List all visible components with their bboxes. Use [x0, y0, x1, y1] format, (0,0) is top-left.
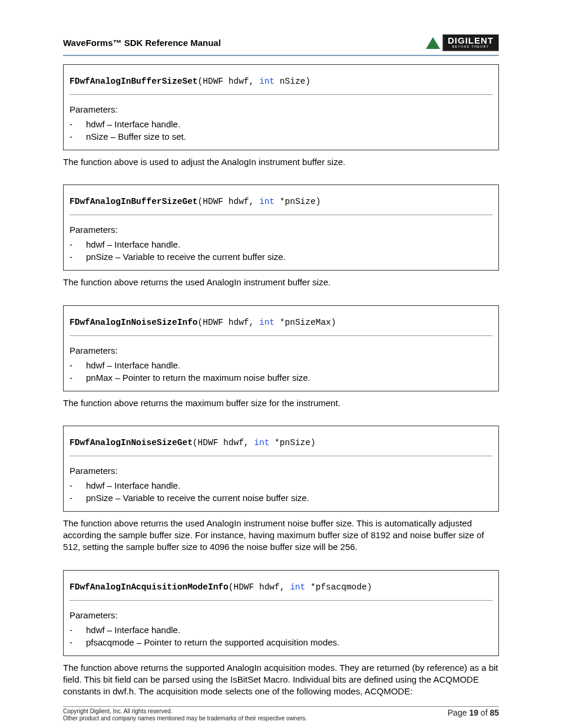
digilent-logo: DIGILENT BEYOND THEORY — [426, 34, 499, 51]
parameter-list: hdwf – Interface handle.nSize – Buffer s… — [70, 118, 492, 143]
parameter-item: hdwf – Interface handle. — [70, 359, 492, 371]
sig-args-post: *pnSizeMax) — [275, 318, 336, 327]
function-signature: FDwfAnalogInNoiseSizeGet(HDWF hdwf, int … — [70, 432, 492, 456]
footer-pagenum: Page 19 of 85 — [448, 708, 499, 717]
func-name: FDwfAnalogInNoiseSizeInfo — [70, 318, 198, 327]
function-signature: FDwfAnalogInAcquisitionModeInfo(HDWF hdw… — [70, 577, 492, 601]
page-total: 85 — [490, 708, 499, 717]
logo-triangle-icon — [426, 37, 440, 49]
page-current: 19 — [469, 708, 478, 717]
parameter-item: hdwf – Interface handle. — [70, 238, 492, 251]
function-description: The function above returns the maximum b… — [63, 397, 499, 409]
parameter-list: hdwf – Interface handle.pnMax – Pointer … — [70, 359, 492, 384]
page-header: WaveForms™ SDK Reference Manual DIGILENT… — [63, 34, 499, 56]
function-box: FDwfAnalogInBufferSizeGet(HDWF hdwf, int… — [63, 185, 499, 271]
sig-args-post: *pfsacqmode) — [305, 582, 372, 592]
function-box: FDwfAnalogInAcquisitionModeInfo(HDWF hdw… — [63, 570, 499, 656]
footer-copyright: Copyright Digilent, Inc. All rights rese… — [63, 708, 307, 715]
parameter-item: nSize – Buffer size to set. — [70, 130, 492, 143]
sig-type-keyword: int — [259, 197, 275, 206]
function-description: The function above is used to adjust the… — [63, 156, 499, 168]
parameter-list: hdwf – Interface handle.pnSize – Variabl… — [70, 479, 492, 504]
parameter-item: hdwf – Interface handle. — [70, 118, 492, 130]
sig-type-keyword: int — [254, 438, 269, 447]
parameter-list: hdwf – Interface handle.pfsacqmode – Poi… — [70, 624, 492, 648]
sig-type-keyword: int — [259, 318, 275, 327]
parameters-label: Parameters: — [70, 104, 492, 114]
sig-args-post: nSize) — [275, 77, 310, 86]
parameters-label: Parameters: — [70, 466, 492, 476]
logo-brand: DIGILENT — [448, 35, 494, 45]
sig-args-pre: (HDWF hdwf, — [229, 582, 290, 592]
function-description: The function above returns the supported… — [63, 662, 499, 698]
sig-type-keyword: int — [259, 77, 275, 86]
sig-type-keyword: int — [290, 582, 305, 592]
logo-tagline: BEYOND THEORY — [448, 45, 494, 48]
parameter-item: pnSize – Variable to receive the current… — [70, 492, 492, 504]
function-signature: FDwfAnalogInBufferSizeSet(HDWF hdwf, int… — [70, 71, 492, 95]
function-description: The function above returns the used Anal… — [63, 276, 499, 288]
function-box: FDwfAnalogInBufferSizeSet(HDWF hdwf, int… — [63, 64, 499, 150]
func-name: FDwfAnalogInNoiseSizeGet — [70, 438, 193, 447]
parameter-item: pnMax – Pointer to return the maximum no… — [70, 371, 492, 384]
function-signature: FDwfAnalogInBufferSizeGet(HDWF hdwf, int… — [70, 191, 492, 215]
sig-args-post: *pnSize) — [269, 438, 315, 447]
parameter-item: pfsacqmode – Pointer to return the suppo… — [70, 636, 492, 648]
parameters-label: Parameters: — [70, 345, 492, 355]
sig-args-pre: (HDWF hdwf, — [198, 197, 259, 206]
function-description: The function above returns the used Anal… — [63, 518, 499, 554]
sig-args-pre: (HDWF hdwf, — [198, 77, 259, 86]
logo-text: DIGILENT BEYOND THEORY — [442, 34, 499, 51]
function-signature: FDwfAnalogInNoiseSizeInfo(HDWF hdwf, int… — [70, 312, 492, 336]
footer-trademark: Other product and company names mentione… — [63, 715, 307, 722]
sig-args-pre: (HDWF hdwf, — [198, 318, 259, 327]
parameter-item: hdwf – Interface handle. — [70, 479, 492, 492]
func-name: FDwfAnalogInBufferSizeSet — [70, 77, 198, 86]
parameters-label: Parameters: — [70, 225, 492, 235]
parameter-list: hdwf – Interface handle.pnSize – Variabl… — [70, 238, 492, 263]
parameter-item: pnSize – Variable to receive the current… — [70, 251, 492, 263]
footer-legal: Copyright Digilent, Inc. All rights rese… — [63, 708, 307, 722]
parameters-label: Parameters: — [70, 610, 492, 620]
page-footer: Copyright Digilent, Inc. All rights rese… — [63, 706, 499, 722]
page-of: of — [478, 708, 490, 717]
function-box: FDwfAnalogInNoiseSizeInfo(HDWF hdwf, int… — [63, 305, 499, 391]
page-label: Page — [448, 708, 470, 717]
func-name: FDwfAnalogInAcquisitionModeInfo — [70, 582, 229, 592]
function-box: FDwfAnalogInNoiseSizeGet(HDWF hdwf, int … — [63, 426, 499, 512]
parameter-item: hdwf – Interface handle. — [70, 624, 492, 636]
func-name: FDwfAnalogInBufferSizeGet — [70, 197, 198, 206]
sig-args-pre: (HDWF hdwf, — [193, 438, 254, 447]
doc-title: WaveForms™ SDK Reference Manual — [63, 38, 221, 48]
sig-args-post: *pnSize) — [275, 197, 320, 206]
